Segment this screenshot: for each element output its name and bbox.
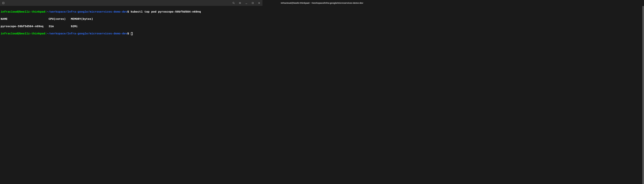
maximize-button[interactable] xyxy=(251,1,254,5)
command-text: kubectl top pod pyroscope-59bf5d584-n69n… xyxy=(129,10,201,14)
svg-line-4 xyxy=(234,3,234,4)
new-tab-button[interactable] xyxy=(2,1,5,5)
svg-point-3 xyxy=(233,2,234,3)
prompt-user: infracloud@beellz-thinkpad xyxy=(1,10,45,14)
prompt-user: infracloud@beellz-thinkpad xyxy=(1,32,45,35)
prompt-separator: : xyxy=(45,32,47,35)
prompt-symbol: $ xyxy=(127,32,129,35)
output-header: NAME CPU(cores) MEMORY(bytes) xyxy=(1,17,262,21)
close-button[interactable] xyxy=(258,1,261,5)
prompt-path: ~/workspace/Infra-google/microservices-d… xyxy=(47,32,127,35)
cursor xyxy=(129,32,133,35)
menu-icon[interactable] xyxy=(238,1,242,5)
minimize-button[interactable] xyxy=(245,1,248,5)
terminal-output[interactable]: infracloud@beellz-thinkpad:~/workspace/I… xyxy=(0,6,262,75)
titlebar-right xyxy=(232,1,261,5)
cursor-block xyxy=(131,32,133,35)
command-line-1: infracloud@beellz-thinkpad:~/workspace/I… xyxy=(1,10,262,14)
prompt-path: ~/workspace/Infra-google/microservices-d… xyxy=(47,10,127,14)
titlebar-left xyxy=(2,1,5,5)
window-titlebar: infracloud@beellz-thinkpad: ~/workspace/… xyxy=(0,0,262,6)
svg-rect-9 xyxy=(252,2,254,4)
command-line-2: infracloud@beellz-thinkpad:~/workspace/I… xyxy=(1,32,262,36)
prompt-separator: : xyxy=(45,10,47,14)
search-icon[interactable] xyxy=(232,1,235,5)
prompt-symbol: $ xyxy=(127,10,129,14)
output-row: pyroscope-59bf5d584-n69nq 31m 92Mi xyxy=(1,25,262,28)
